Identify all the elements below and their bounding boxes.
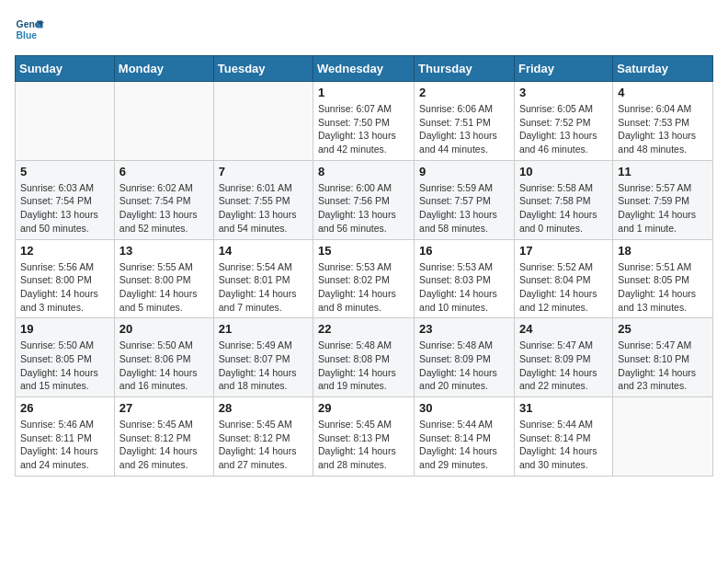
calendar-cell xyxy=(213,82,313,161)
calendar-cell: 9Sunrise: 5:59 AM Sunset: 7:57 PM Daylig… xyxy=(415,160,515,239)
day-info: Sunrise: 6:00 AM Sunset: 7:56 PM Dayligh… xyxy=(318,181,409,236)
day-number: 7 xyxy=(219,165,308,178)
day-info: Sunrise: 6:04 AM Sunset: 7:53 PM Dayligh… xyxy=(618,102,708,156)
calendar-cell xyxy=(613,397,713,477)
day-info: Sunrise: 6:03 AM Sunset: 7:54 PM Dayligh… xyxy=(20,181,109,236)
calendar-cell xyxy=(16,82,115,161)
logo-icon: General Blue xyxy=(15,15,44,44)
day-number: 23 xyxy=(419,322,509,336)
day-number: 6 xyxy=(119,165,209,178)
day-number: 17 xyxy=(519,244,608,258)
day-info: Sunrise: 6:01 AM Sunset: 7:55 PM Dayligh… xyxy=(219,181,308,236)
day-info: Sunrise: 5:52 AM Sunset: 8:04 PM Dayligh… xyxy=(519,260,608,315)
day-number: 5 xyxy=(20,165,109,178)
weekday-header-thursday: Thursday xyxy=(415,56,515,82)
day-number: 18 xyxy=(618,244,708,258)
day-info: Sunrise: 5:51 AM Sunset: 8:05 PM Dayligh… xyxy=(618,260,708,315)
day-number: 13 xyxy=(119,244,209,258)
calendar-cell xyxy=(114,82,213,161)
day-info: Sunrise: 5:58 AM Sunset: 7:58 PM Dayligh… xyxy=(519,181,608,236)
calendar-cell: 20Sunrise: 5:50 AM Sunset: 8:06 PM Dayli… xyxy=(114,318,213,397)
day-info: Sunrise: 6:02 AM Sunset: 7:54 PM Dayligh… xyxy=(119,181,209,236)
day-info: Sunrise: 5:45 AM Sunset: 8:12 PM Dayligh… xyxy=(219,418,308,472)
calendar-cell: 18Sunrise: 5:51 AM Sunset: 8:05 PM Dayli… xyxy=(613,239,713,318)
weekday-header-saturday: Saturday xyxy=(613,56,713,82)
weekday-header-wednesday: Wednesday xyxy=(313,56,415,82)
day-info: Sunrise: 5:53 AM Sunset: 8:02 PM Dayligh… xyxy=(318,260,409,315)
day-number: 10 xyxy=(519,165,608,178)
page-header: General Blue xyxy=(15,15,713,44)
calendar-cell: 12Sunrise: 5:56 AM Sunset: 8:00 PM Dayli… xyxy=(16,239,115,318)
calendar-week-3: 12Sunrise: 5:56 AM Sunset: 8:00 PM Dayli… xyxy=(16,239,713,318)
calendar-cell: 25Sunrise: 5:47 AM Sunset: 8:10 PM Dayli… xyxy=(613,318,713,397)
day-info: Sunrise: 5:47 AM Sunset: 8:10 PM Dayligh… xyxy=(618,339,708,393)
weekday-header-friday: Friday xyxy=(514,56,612,82)
day-info: Sunrise: 5:45 AM Sunset: 8:12 PM Dayligh… xyxy=(119,418,209,472)
day-number: 9 xyxy=(419,165,509,178)
day-info: Sunrise: 5:55 AM Sunset: 8:00 PM Dayligh… xyxy=(119,260,209,315)
calendar-cell: 10Sunrise: 5:58 AM Sunset: 7:58 PM Dayli… xyxy=(514,160,612,239)
day-info: Sunrise: 5:57 AM Sunset: 7:59 PM Dayligh… xyxy=(618,181,708,236)
day-number: 27 xyxy=(119,401,209,415)
day-info: Sunrise: 5:49 AM Sunset: 8:07 PM Dayligh… xyxy=(219,339,308,393)
calendar-week-4: 19Sunrise: 5:50 AM Sunset: 8:05 PM Dayli… xyxy=(16,318,713,397)
day-number: 30 xyxy=(419,401,509,415)
day-number: 1 xyxy=(318,86,409,99)
calendar-cell: 17Sunrise: 5:52 AM Sunset: 8:04 PM Dayli… xyxy=(514,239,612,318)
day-info: Sunrise: 5:59 AM Sunset: 7:57 PM Dayligh… xyxy=(419,181,509,236)
calendar-cell: 23Sunrise: 5:48 AM Sunset: 8:09 PM Dayli… xyxy=(415,318,515,397)
day-info: Sunrise: 5:47 AM Sunset: 8:09 PM Dayligh… xyxy=(519,339,608,393)
calendar-cell: 8Sunrise: 6:00 AM Sunset: 7:56 PM Daylig… xyxy=(313,160,415,239)
day-number: 4 xyxy=(618,86,708,99)
day-info: Sunrise: 5:56 AM Sunset: 8:00 PM Dayligh… xyxy=(20,260,109,315)
weekday-header-sunday: Sunday xyxy=(16,56,115,82)
calendar-cell: 6Sunrise: 6:02 AM Sunset: 7:54 PM Daylig… xyxy=(114,160,213,239)
day-number: 29 xyxy=(318,401,409,415)
day-info: Sunrise: 6:06 AM Sunset: 7:51 PM Dayligh… xyxy=(419,102,509,156)
day-info: Sunrise: 5:48 AM Sunset: 8:09 PM Dayligh… xyxy=(419,339,509,393)
day-info: Sunrise: 5:53 AM Sunset: 8:03 PM Dayligh… xyxy=(419,260,509,315)
day-number: 16 xyxy=(419,244,509,258)
calendar-cell: 26Sunrise: 5:46 AM Sunset: 8:11 PM Dayli… xyxy=(16,397,115,477)
weekday-header-tuesday: Tuesday xyxy=(213,56,313,82)
day-info: Sunrise: 6:07 AM Sunset: 7:50 PM Dayligh… xyxy=(318,102,409,156)
day-info: Sunrise: 5:48 AM Sunset: 8:08 PM Dayligh… xyxy=(318,339,409,393)
calendar-cell: 28Sunrise: 5:45 AM Sunset: 8:12 PM Dayli… xyxy=(213,397,313,477)
calendar-cell: 14Sunrise: 5:54 AM Sunset: 8:01 PM Dayli… xyxy=(213,239,313,318)
day-number: 19 xyxy=(20,322,109,336)
calendar-cell: 31Sunrise: 5:44 AM Sunset: 8:14 PM Dayli… xyxy=(514,397,612,477)
day-info: Sunrise: 5:44 AM Sunset: 8:14 PM Dayligh… xyxy=(519,418,608,472)
calendar-cell: 5Sunrise: 6:03 AM Sunset: 7:54 PM Daylig… xyxy=(16,160,115,239)
calendar-cell: 21Sunrise: 5:49 AM Sunset: 8:07 PM Dayli… xyxy=(213,318,313,397)
day-info: Sunrise: 5:50 AM Sunset: 8:06 PM Dayligh… xyxy=(119,339,209,393)
calendar-cell: 15Sunrise: 5:53 AM Sunset: 8:02 PM Dayli… xyxy=(313,239,415,318)
calendar-cell: 22Sunrise: 5:48 AM Sunset: 8:08 PM Dayli… xyxy=(313,318,415,397)
day-number: 31 xyxy=(519,401,608,415)
calendar-cell: 4Sunrise: 6:04 AM Sunset: 7:53 PM Daylig… xyxy=(613,82,713,161)
calendar-cell: 11Sunrise: 5:57 AM Sunset: 7:59 PM Dayli… xyxy=(613,160,713,239)
day-number: 25 xyxy=(618,322,708,336)
day-number: 8 xyxy=(318,165,409,178)
calendar-cell: 13Sunrise: 5:55 AM Sunset: 8:00 PM Dayli… xyxy=(114,239,213,318)
day-info: Sunrise: 5:44 AM Sunset: 8:14 PM Dayligh… xyxy=(419,418,509,472)
calendar-cell: 16Sunrise: 5:53 AM Sunset: 8:03 PM Dayli… xyxy=(415,239,515,318)
day-number: 24 xyxy=(519,322,608,336)
day-info: Sunrise: 5:45 AM Sunset: 8:13 PM Dayligh… xyxy=(318,418,409,472)
weekday-header-monday: Monday xyxy=(114,56,213,82)
day-number: 21 xyxy=(219,322,308,336)
calendar-cell: 7Sunrise: 6:01 AM Sunset: 7:55 PM Daylig… xyxy=(213,160,313,239)
calendar-cell: 3Sunrise: 6:05 AM Sunset: 7:52 PM Daylig… xyxy=(514,82,612,161)
day-number: 12 xyxy=(20,244,109,258)
day-number: 22 xyxy=(318,322,409,336)
day-info: Sunrise: 6:05 AM Sunset: 7:52 PM Dayligh… xyxy=(519,102,608,156)
calendar-week-1: 1Sunrise: 6:07 AM Sunset: 7:50 PM Daylig… xyxy=(16,82,713,161)
calendar-cell: 27Sunrise: 5:45 AM Sunset: 8:12 PM Dayli… xyxy=(114,397,213,477)
calendar-table: SundayMondayTuesdayWednesdayThursdayFrid… xyxy=(15,55,713,477)
day-number: 26 xyxy=(20,401,109,415)
calendar-cell: 30Sunrise: 5:44 AM Sunset: 8:14 PM Dayli… xyxy=(415,397,515,477)
day-info: Sunrise: 5:46 AM Sunset: 8:11 PM Dayligh… xyxy=(20,418,109,472)
calendar-cell: 2Sunrise: 6:06 AM Sunset: 7:51 PM Daylig… xyxy=(415,82,515,161)
day-info: Sunrise: 5:54 AM Sunset: 8:01 PM Dayligh… xyxy=(219,260,308,315)
day-number: 14 xyxy=(219,244,308,258)
svg-text:Blue: Blue xyxy=(17,30,38,40)
